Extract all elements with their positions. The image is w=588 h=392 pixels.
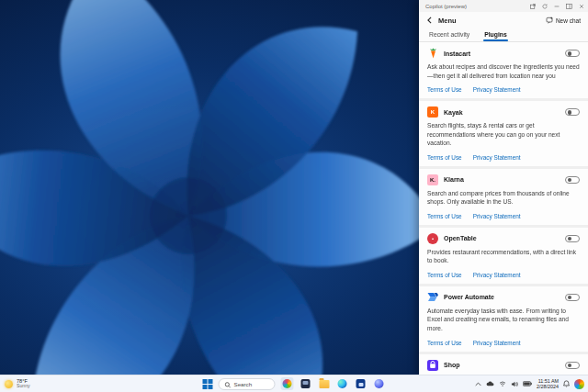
terms-of-use-link[interactable]: Terms of Use <box>427 154 462 161</box>
klarna-icon: K. <box>427 174 438 185</box>
menu-heading: Menu <box>438 17 546 25</box>
terms-of-use-link[interactable]: Terms of Use <box>427 272 462 278</box>
active-app-icon[interactable] <box>281 377 294 390</box>
toggle-knob <box>568 237 572 241</box>
toggle-knob <box>568 178 572 183</box>
plugin-name: Klarna <box>444 176 565 183</box>
new-chat-label: New chat <box>556 17 581 24</box>
search-box[interactable]: Search <box>219 378 276 390</box>
new-chat-icon <box>546 17 553 25</box>
pinned-app-icon[interactable] <box>373 377 386 390</box>
wifi-icon[interactable] <box>499 381 506 386</box>
close-icon[interactable] <box>579 4 584 9</box>
notification-bell-icon[interactable] <box>563 380 570 387</box>
minimize-icon[interactable] <box>554 4 560 9</box>
plugin-item: K Kayak Search flights, stays & rental c… <box>419 101 588 169</box>
plugin-name: OpenTable <box>444 235 565 241</box>
plugin-description: Search and compare prices from thousands… <box>427 189 580 207</box>
plugin-toggle[interactable] <box>565 362 580 369</box>
plugin-name: Kayak <box>444 109 565 116</box>
copilot-panel: Copilot (preview) Menu <box>419 0 588 375</box>
battery-icon[interactable] <box>523 381 532 386</box>
plugin-name: Instacart <box>444 50 565 57</box>
search-label: Search <box>234 381 253 387</box>
plugin-toggle[interactable] <box>565 235 580 242</box>
instacart-icon <box>427 48 438 59</box>
onedrive-cloud-icon[interactable] <box>486 381 494 386</box>
file-explorer-icon[interactable] <box>318 377 331 390</box>
plugin-item: • OpenTable Provides restaurant recommen… <box>419 228 588 286</box>
privacy-statement-link[interactable]: Privacy Statement <box>473 154 521 161</box>
taskbar-center: Search <box>203 375 386 392</box>
hidden-icons-chevron-icon[interactable] <box>475 382 481 386</box>
taskbar: 78°F Sunny Search <box>0 375 588 392</box>
back-button[interactable] <box>426 17 433 24</box>
plugin-name: Shop <box>444 362 565 368</box>
copilot-app-icon <box>283 379 292 388</box>
volume-icon[interactable] <box>511 381 518 387</box>
plugin-description: Search flights, stays & rental cars or g… <box>427 121 580 148</box>
toggle-knob <box>568 110 572 115</box>
copilot-menu-row: Menu New chat <box>419 12 588 28</box>
copilot-tray-icon[interactable] <box>574 379 584 389</box>
privacy-statement-link[interactable]: Privacy Statement <box>473 86 521 93</box>
start-button-icon[interactable] <box>203 379 213 389</box>
plugin-toggle[interactable] <box>565 176 580 184</box>
privacy-statement-link[interactable]: Privacy Statement <box>473 272 521 278</box>
open-in-new-window-icon[interactable] <box>530 4 536 9</box>
power-automate-icon <box>427 292 438 303</box>
plugin-list: Instacart Ask about recipes and discover… <box>419 42 588 375</box>
toggle-knob <box>568 51 572 56</box>
terms-of-use-link[interactable]: Terms of Use <box>427 86 462 93</box>
plugin-item: Shop Search for millions of products fro… <box>419 354 588 375</box>
terms-of-use-link[interactable]: Terms of Use <box>427 213 462 219</box>
refresh-icon[interactable] <box>542 4 548 9</box>
microsoft-store-icon[interactable] <box>355 377 368 390</box>
privacy-statement-link[interactable]: Privacy Statement <box>473 213 521 219</box>
dock-panel-icon[interactable] <box>566 4 572 9</box>
plugin-description: Ask about recipes and discover the ingre… <box>427 62 580 80</box>
plugin-toggle[interactable] <box>565 294 580 301</box>
kayak-icon: K <box>427 106 438 118</box>
sun-icon <box>5 380 13 388</box>
plugin-item: K. Klarna Search and compare prices from… <box>419 169 588 228</box>
plugin-description: Provides restaurant recommendations, wit… <box>427 248 580 265</box>
shop-icon <box>427 360 438 371</box>
plugin-item: Instacart Ask about recipes and discover… <box>419 42 588 101</box>
new-chat-button[interactable]: New chat <box>546 17 581 25</box>
toggle-knob <box>568 364 572 368</box>
toggle-knob <box>568 296 572 300</box>
search-icon <box>225 375 232 392</box>
terms-of-use-link[interactable]: Terms of Use <box>427 340 462 346</box>
plugin-description: Automate everyday tasks with ease. From … <box>427 307 580 333</box>
plugin-toggle[interactable] <box>565 50 580 57</box>
weather-condition: Sunny <box>17 384 30 389</box>
copilot-titlebar: Copilot (preview) <box>419 0 588 12</box>
edge-browser-icon[interactable] <box>336 377 349 390</box>
clock-date: 2/28/2024 <box>537 384 559 389</box>
plugin-item: Power Automate Automate everyday tasks w… <box>419 286 588 354</box>
copilot-title: Copilot (preview) <box>425 4 530 9</box>
tab-recent-activity[interactable]: Recent activity <box>428 28 470 41</box>
tab-plugins[interactable]: Plugins <box>483 28 508 41</box>
system-tray: 11:51 AM 2/28/2024 <box>475 375 584 392</box>
plugin-name: Power Automate <box>444 294 565 300</box>
weather-widget[interactable]: 78°F Sunny <box>5 375 30 392</box>
copilot-tabs: Recent activity Plugins <box>419 28 588 42</box>
taskbar-clock[interactable]: 11:51 AM 2/28/2024 <box>537 378 559 390</box>
task-view-icon[interactable] <box>300 377 312 390</box>
privacy-statement-link[interactable]: Privacy Statement <box>473 340 521 346</box>
plugin-toggle[interactable] <box>565 108 580 116</box>
opentable-icon: • <box>427 233 438 244</box>
